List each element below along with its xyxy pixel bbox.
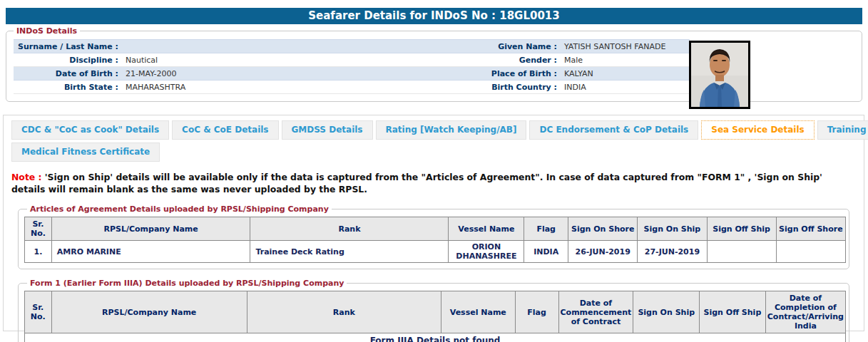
- birth-state-label: Birth State :: [14, 81, 124, 94]
- col-sign-on-ship: Sign On Ship: [638, 217, 707, 241]
- form1-not-found-message: Form IIIA Details not found: [25, 333, 846, 342]
- articles-of-agreement-table: Sr. No. RPSL/Company Name Rank Vessel Na…: [24, 217, 846, 263]
- cell-vessel-name: ORION DHANASHREE: [449, 241, 524, 263]
- articles-of-agreement-legend: Articles of Agreement Details uploaded b…: [27, 204, 332, 214]
- birth-country-label: Birth Country :: [441, 81, 563, 94]
- date-of-birth-label: Date of Birth :: [14, 67, 124, 81]
- col-sr-no: Sr. No.: [25, 291, 52, 333]
- articles-header-row: Sr. No. RPSL/Company Name Rank Vessel Na…: [25, 217, 846, 241]
- col-sign-on-ship: Sign On Ship: [633, 291, 700, 333]
- place-of-birth-value: KALYAN: [563, 67, 690, 81]
- discipline-label: Discipline :: [14, 53, 124, 67]
- indos-details-panel: INDoS Details Surname / Last Name : Give…: [6, 26, 862, 102]
- cell-sign-on-shore: 26-JUN-2019: [568, 241, 638, 263]
- col-flag: Flag: [524, 217, 568, 241]
- cell-flag: INDIA: [524, 241, 568, 263]
- cell-sr-no: 1.: [25, 241, 52, 263]
- sign-on-ship-note: Note : 'Sign on Ship' details will be av…: [11, 171, 855, 195]
- form1-panel: Form 1 (Earlier Form IIIA) Details uploa…: [18, 279, 849, 342]
- col-vessel-name: Vessel Name: [449, 217, 524, 241]
- col-sr-no: Sr. No.: [25, 217, 52, 241]
- col-rank: Rank: [250, 217, 449, 241]
- tab-content-container: CDC & "CoC as Cook" Details CoC & CoE De…: [3, 115, 864, 331]
- form1-empty-row: Form IIIA Details not found: [25, 333, 846, 342]
- indos-row-3: Date of Birth : 21-MAY-2000 Place of Bir…: [14, 67, 690, 81]
- note-prefix: Note :: [11, 172, 41, 182]
- page-title: Seafarer Details for INDoS No : 18GL0013: [6, 8, 862, 24]
- col-vessel-name: Vessel Name: [441, 291, 515, 333]
- indos-row-4: Birth State : MAHARASHTRA Birth Country …: [14, 81, 690, 94]
- form1-legend: Form 1 (Earlier Form IIIA) Details uploa…: [27, 279, 347, 288]
- tab-medical-fitness[interactable]: Medical Fitness Certificate: [11, 142, 160, 162]
- tab-dc-endorsement-cop[interactable]: DC Endorsement & CoP Details: [529, 120, 698, 140]
- col-date-of-completion: Date of Completion of Contract/Arriving …: [765, 291, 845, 333]
- given-name-label: Given Name :: [441, 40, 563, 53]
- col-flag: Flag: [515, 291, 558, 333]
- indos-details-table: Surname / Last Name : Given Name : YATIS…: [14, 39, 690, 94]
- cell-sign-off-ship: [707, 241, 776, 263]
- col-date-of-commencement: Date of Commencement of Contract: [558, 291, 633, 333]
- table-row: 1. AMRO MARINE Trainee Deck Rating ORION…: [25, 241, 846, 263]
- form1-table: Sr. No. RPSL/Company Name Rank Vessel Na…: [24, 291, 846, 342]
- col-sign-off-ship: Sign Off Ship: [700, 291, 766, 333]
- tab-gmdss[interactable]: GMDSS Details: [282, 120, 373, 140]
- tab-training[interactable]: Training Details: [817, 120, 868, 140]
- surname-label: Surname / Last Name :: [14, 40, 124, 53]
- col-sign-off-ship: Sign Off Ship: [707, 217, 776, 241]
- col-sign-on-shore: Sign On Shore: [568, 217, 638, 241]
- col-sign-off-shore: Sign Off Shore: [776, 217, 845, 241]
- cell-sign-on-ship: 27-JUN-2019: [638, 241, 707, 263]
- birth-country-value: INDIA: [563, 81, 690, 94]
- date-of-birth-value: 21-MAY-2000: [124, 67, 441, 81]
- indos-row-2: Discipline : Nautical Gender : Male: [14, 53, 690, 67]
- col-rank: Rank: [247, 291, 441, 333]
- col-rpsl-company-name: RPSL/Company Name: [51, 291, 247, 333]
- cell-rpsl-company-name: AMRO MARINE: [51, 241, 250, 263]
- seafarer-photo: [689, 41, 750, 109]
- given-name-value: YATISH SANTOSH FANADE: [563, 40, 690, 53]
- gender-value: Male: [563, 53, 690, 67]
- form1-header-row: Sr. No. RPSL/Company Name Rank Vessel Na…: [25, 291, 846, 333]
- tab-coc-coe[interactable]: CoC & CoE Details: [172, 120, 278, 140]
- indos-row-1: Surname / Last Name : Given Name : YATIS…: [14, 40, 690, 53]
- surname-value: [124, 40, 441, 53]
- tab-strip-row-2: Medical Fitness Certificate: [11, 142, 859, 162]
- tab-rating-watch-keeping[interactable]: Rating [Watch Keeping/AB]: [376, 120, 527, 140]
- articles-of-agreement-panel: Articles of Agreement Details uploaded b…: [18, 204, 849, 269]
- indos-details-legend: INDoS Details: [14, 26, 80, 36]
- discipline-value: Nautical: [124, 53, 441, 67]
- tab-sea-service[interactable]: Sea Service Details: [701, 120, 814, 140]
- cell-rank: Trainee Deck Rating: [250, 241, 449, 263]
- col-rpsl-company-name: RPSL/Company Name: [51, 217, 250, 241]
- gender-label: Gender :: [441, 53, 563, 67]
- place-of-birth-label: Place of Birth :: [441, 67, 563, 81]
- tab-cdc-coc-as-cook[interactable]: CDC & "CoC as Cook" Details: [11, 120, 169, 140]
- cell-sign-off-shore: [776, 241, 845, 263]
- note-text: 'Sign on Ship' details will be available…: [11, 172, 822, 195]
- birth-state-value: MAHARASHTRA: [124, 81, 441, 94]
- tab-strip-row-1: CDC & "CoC as Cook" Details CoC & CoE De…: [11, 120, 859, 140]
